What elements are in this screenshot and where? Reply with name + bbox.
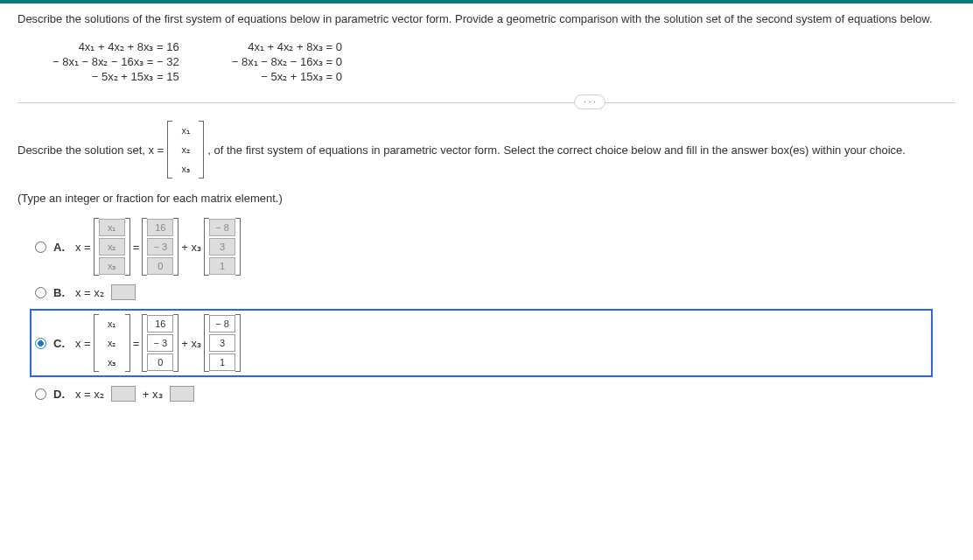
answer-input[interactable]: 16 (147, 315, 173, 332)
equations-display: 4x₁ + 4x₂ + 8x₃ = 16 − 8x₁ − 8x₂ − 16x₃ … (52, 38, 956, 85)
choice-d-label: D. (53, 388, 65, 401)
radio-a[interactable] (35, 242, 46, 253)
choice-b[interactable]: B. x = x₂ (35, 284, 956, 300)
radio-c[interactable] (35, 338, 46, 349)
choice-a-label: A. (53, 241, 65, 254)
choice-d-text-mid: + x₃ (143, 388, 163, 401)
more-icon[interactable]: · · · (574, 94, 606, 109)
answer-input[interactable]: 0 (147, 354, 173, 371)
choice-c-label: C. (53, 337, 65, 350)
choice-b-label: B. (53, 286, 65, 299)
choice-c[interactable]: C. x = x₁ x₂ x₃ = 16 − 3 (30, 309, 933, 377)
choice-b-text: x = x₂ (75, 286, 104, 299)
choice-a[interactable]: A. x = x₁ x₂ x₃ = 16 − 3 (35, 218, 956, 276)
eq-line: − 8x₁ − 8x₂ − 16x₃ = − 32 (52, 55, 179, 68)
problem-description: Describe the solutions of the first syst… (18, 12, 956, 25)
system-1: 4x₁ + 4x₂ + 8x₃ = 16 − 8x₁ − 8x₂ − 16x₃ … (52, 38, 179, 85)
choice-d[interactable]: D. x = x₂ + x₃ (35, 386, 956, 402)
divider: · · · (18, 102, 956, 103)
eq-line: − 8x₁ − 8x₂ − 16x₃ = 0 (232, 55, 342, 68)
answer-input[interactable]: − 3 (147, 334, 173, 352)
answer-input[interactable]: − 8 (209, 315, 235, 332)
system-2: 4x₁ + 4x₂ + 8x₃ = 0 − 8x₁ − 8x₂ − 16x₃ =… (232, 38, 342, 85)
eq-line: 4x₁ + 4x₂ + 8x₃ = 0 (232, 40, 342, 53)
choice-c-equation: x = x₁ x₂ x₃ = 16 − 3 0 (75, 314, 241, 372)
question-prefix: Describe the solution set, x = (18, 144, 164, 157)
content-area: Describe the solutions of the first syst… (0, 4, 973, 419)
choice-d-input-1 (111, 386, 136, 402)
question-text: Describe the solution set, x = x₁ x₂ x₃ … (18, 121, 956, 178)
choices: A. x = x₁ x₂ x₃ = 16 − 3 (35, 218, 956, 402)
eq-line: − 5x₂ + 15x₃ = 15 (52, 70, 179, 83)
radio-d[interactable] (35, 388, 46, 400)
choice-a-equation: x = x₁ x₂ x₃ = 16 − 3 0 (75, 218, 241, 276)
choice-d-input-2 (170, 386, 194, 402)
eq-line: 4x₁ + 4x₂ + 8x₃ = 16 (52, 40, 179, 53)
answer-input[interactable]: 1 (209, 354, 235, 371)
choice-b-input (111, 284, 136, 300)
x-vector: x₁ x₂ x₃ (167, 121, 204, 178)
question-suffix: , of the first system of equations in pa… (207, 144, 906, 157)
choice-d-text-pre: x = x₂ (75, 388, 104, 401)
hint-text: (Type an integer or fraction for each ma… (18, 192, 956, 205)
eq-line: − 5x₂ + 15x₃ = 0 (232, 70, 342, 83)
answer-input[interactable]: 3 (209, 334, 235, 352)
radio-b[interactable] (35, 287, 46, 298)
